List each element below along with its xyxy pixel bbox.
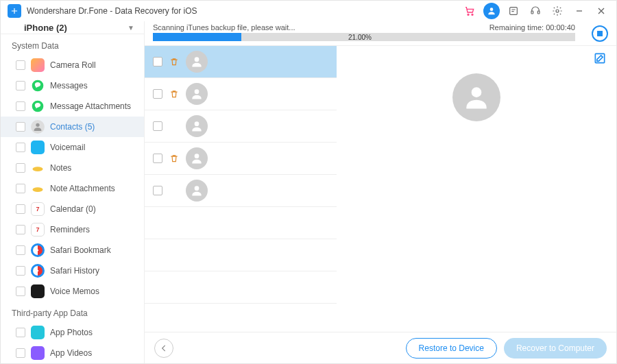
footer-bar: Restore to Device Recover to Computer [145, 332, 616, 363]
sidebar-item-safari-bookmark[interactable]: Safari Bookmark [1, 240, 144, 260]
svg-point-11 [33, 187, 43, 192]
stop-scan-button[interactable] [592, 25, 608, 42]
checkbox[interactable] [16, 122, 25, 132]
sidebar-item-label: Contacts (5) [50, 122, 95, 132]
device-selector[interactable]: iPhone (2) ▼ [1, 21, 144, 34]
close-button[interactable] [593, 3, 609, 19]
sidebar-item-contacts-5[interactable]: Contacts (5) [1, 117, 144, 137]
voicemail-icon [31, 141, 45, 154]
checkbox[interactable] [16, 163, 25, 173]
checkbox[interactable] [153, 121, 162, 131]
safari-icon [31, 264, 45, 278]
sidebar-item-app-photos[interactable]: App Photos [1, 322, 144, 343]
svg-rect-3 [510, 8, 518, 15]
contacts-list [145, 46, 337, 332]
svg-point-0 [468, 14, 469, 15]
checkbox[interactable] [16, 245, 25, 255]
sidebar-item-label: App Photos [50, 328, 93, 337]
sidebar-item-label: Messages [50, 81, 88, 90]
checkbox[interactable] [16, 348, 25, 358]
device-label: iPhone (2) [24, 23, 67, 33]
sidebar-item-messages[interactable]: Messages [1, 75, 144, 96]
notes-icon [31, 161, 45, 175]
app-logo [8, 4, 21, 18]
checkbox[interactable] [16, 266, 25, 276]
sidebar-item-reminders[interactable]: 7Reminders [1, 219, 144, 240]
contact-row[interactable] [145, 143, 337, 175]
restore-to-device-button[interactable]: Restore to Device [406, 338, 497, 359]
account-icon[interactable] [483, 3, 500, 19]
minimize-button[interactable] [571, 3, 588, 19]
svg-point-12 [195, 57, 199, 62]
sidebar-item-note-attachments[interactable]: Note Attachments [1, 178, 144, 199]
contact-avatar-large [452, 73, 500, 121]
titlebar: Wondershare Dr.Fone - Data Recovery for … [1, 1, 616, 21]
checkbox[interactable] [16, 60, 25, 70]
support-icon[interactable] [527, 3, 544, 19]
sidebar-item-voice-memos[interactable]: Voice Memos [1, 281, 144, 302]
checkbox[interactable] [16, 287, 25, 296]
sidebar-item-label: Calendar (0) [50, 204, 96, 214]
sidebar-item-label: Notes [50, 163, 71, 173]
sidebar-section-label: System Data [1, 34, 144, 55]
contact-row[interactable] [145, 46, 337, 78]
sidebar-item-label: App Videos [50, 348, 92, 358]
feedback-icon[interactable] [505, 3, 522, 19]
msg-icon [31, 79, 45, 93]
recover-to-computer-button[interactable]: Recover to Computer [504, 338, 607, 359]
svg-point-1 [472, 14, 473, 15]
sidebar-item-message-attachments[interactable]: Message Attachments [1, 96, 144, 117]
sidebar-item-label: Safari Bookmark [50, 245, 111, 255]
sidebar-item-label: Message Attachments [50, 101, 131, 111]
avatar-icon [186, 83, 208, 105]
checkbox[interactable] [153, 186, 162, 195]
contact-row[interactable] [145, 207, 337, 239]
avatar-icon [186, 147, 208, 169]
checkbox[interactable] [16, 101, 25, 111]
contact-row[interactable] [145, 175, 337, 207]
sidebar-item-label: Voicemail [50, 143, 85, 152]
msg-icon [31, 99, 45, 113]
checkbox[interactable] [153, 89, 162, 99]
checkbox[interactable] [16, 204, 25, 214]
svg-point-9 [36, 123, 39, 127]
contact-row[interactable] [145, 78, 337, 110]
contact-row[interactable] [145, 271, 337, 304]
calendar-icon: 7 [31, 202, 45, 216]
contact-row[interactable] [145, 239, 337, 271]
edit-icon[interactable] [593, 51, 607, 65]
sidebar-item-camera-roll[interactable]: Camera Roll [1, 55, 144, 75]
sidebar-item-voicemail[interactable]: Voicemail [1, 137, 144, 158]
back-button[interactable] [154, 339, 173, 358]
checkbox[interactable] [16, 143, 25, 152]
contacts-icon [31, 120, 45, 134]
progress-percent-label: 21.00% [145, 33, 575, 41]
trash-icon [169, 89, 179, 99]
app2-icon [31, 346, 45, 360]
sidebar-item-app-videos[interactable]: App Videos [1, 343, 144, 363]
sidebar-item-safari-history[interactable]: Safari History [1, 260, 144, 281]
sidebar-item-calendar-0[interactable]: 7Calendar (0) [1, 199, 144, 219]
trash-icon [169, 57, 179, 66]
svg-point-18 [472, 87, 482, 97]
checkbox[interactable] [16, 184, 25, 193]
sidebar-item-notes[interactable]: Notes [1, 158, 144, 178]
checkbox[interactable] [16, 81, 25, 90]
svg-point-14 [195, 121, 199, 126]
contact-row[interactable] [145, 110, 337, 143]
checkbox[interactable] [16, 328, 25, 337]
checkbox[interactable] [153, 154, 162, 163]
avatar-icon [186, 115, 208, 137]
svg-point-16 [195, 186, 199, 191]
scan-status-text: Scanning iTunes backup file, please wait… [153, 23, 295, 32]
cart-icon[interactable] [461, 3, 478, 19]
settings-icon[interactable] [549, 3, 566, 19]
safari-icon [31, 243, 45, 257]
checkbox[interactable] [153, 57, 162, 66]
svg-rect-4 [531, 11, 533, 14]
app-title: Wondershare Dr.Fone - Data Recovery for … [27, 6, 197, 16]
checkbox[interactable] [16, 225, 25, 234]
avatar-icon [186, 180, 208, 202]
svg-point-10 [33, 167, 43, 171]
svg-point-15 [195, 154, 199, 158]
